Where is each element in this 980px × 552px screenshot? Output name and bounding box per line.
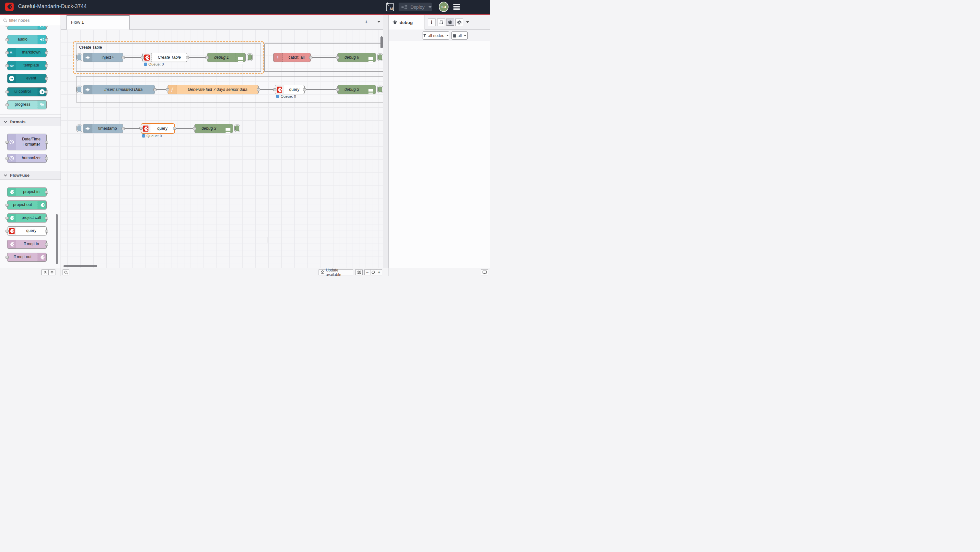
node-debug-3[interactable]: debug 3 [194, 124, 233, 133]
node-palette: notification audio M↓ markdown </> templ… [0, 26, 61, 268]
ai-assistant-button[interactable]: AI [386, 3, 394, 11]
palette-node-project-out[interactable]: project out [7, 200, 47, 209]
flow-list-chevron[interactable] [377, 21, 380, 23]
canvas-horizontal-scrollbar[interactable] [64, 265, 97, 267]
search-icon [3, 19, 7, 22]
inject-trigger-button[interactable] [76, 124, 82, 132]
deploy-options-chevron[interactable] [428, 6, 432, 8]
sidebar-tab-debug[interactable]: debug [389, 15, 425, 30]
help-tab-button[interactable] [437, 19, 445, 26]
palette-section-flowfuse[interactable]: FlowFuse [0, 171, 60, 180]
palette-node-progress[interactable]: progress % [7, 100, 47, 109]
palette-node-audio[interactable]: audio [7, 35, 47, 44]
debug-tab-button[interactable] [446, 19, 454, 26]
sidebar-options-chevron[interactable] [466, 21, 469, 23]
palette-collapse-all-button[interactable] [41, 269, 49, 275]
flowfuse-logo-icon [5, 3, 14, 11]
palette-node-ff-mqtt-out[interactable]: ff mqtt out [7, 253, 47, 262]
node-inject-1[interactable]: inject ¹ [83, 53, 123, 62]
palette-section-formats[interactable]: formats [0, 117, 60, 126]
node-timestamp[interactable]: timestamp [83, 124, 123, 133]
node-status: Queue: 0 [276, 94, 296, 98]
config-tab-button[interactable] [455, 19, 463, 26]
map-icon [357, 271, 361, 274]
palette-divider [0, 114, 60, 115]
wire[interactable] [305, 89, 339, 90]
info-icon: i [431, 20, 432, 25]
arrow-circle-icon: ➜ [8, 74, 16, 83]
flowfuse-icon [8, 240, 16, 249]
clock-icon [8, 154, 16, 163]
instance-title: Careful-Mandarin-Duck-3744 [18, 3, 87, 10]
palette-node-project-in[interactable]: project in [7, 187, 47, 196]
debug-messages-panel [389, 41, 490, 268]
debug-toggle-button[interactable] [234, 124, 240, 132]
debug-filter-button[interactable]: all nodes [423, 32, 449, 40]
footer-bar: Update available − + [0, 268, 490, 276]
user-avatar[interactable]: su [439, 2, 449, 12]
palette-expand-all-button[interactable] [48, 269, 56, 275]
node-catch-all[interactable]: ! catch: all [273, 53, 311, 62]
node-debug-1[interactable]: debug 1 [207, 53, 246, 62]
inject-arrow-icon [83, 53, 92, 62]
debug-toggle-button[interactable] [247, 54, 253, 61]
add-flow-button[interactable]: + [363, 19, 369, 25]
zoom-out-button[interactable]: − [364, 269, 371, 275]
palette-node-markdown[interactable]: M↓ markdown [7, 48, 47, 57]
palette-search[interactable] [0, 15, 61, 26]
debug-toggle-button[interactable] [377, 54, 383, 61]
funnel-icon [423, 34, 426, 37]
status-dot [276, 95, 279, 98]
palette-divider [0, 168, 60, 168]
sidebar-resizer[interactable] [383, 15, 389, 276]
palette-filter-input[interactable] [9, 18, 54, 23]
palette-node-template[interactable]: </> template [7, 61, 47, 70]
inject-trigger-button[interactable] [76, 54, 82, 61]
palette-node-event[interactable]: ➜ event [7, 74, 47, 83]
flow-canvas[interactable]: Create Table inject ¹ Create Table Queue… [61, 30, 383, 268]
node-debug-6[interactable]: debug 6 [337, 53, 376, 62]
header-bar: Careful-Mandarin-Duck-3744 AI Deploy su [0, 0, 490, 14]
palette-node-humanizer[interactable]: humanizer [7, 154, 47, 163]
inject-trigger-button[interactable] [76, 86, 82, 93]
node-debug-2[interactable]: debug 2 [337, 85, 376, 94]
circle-icon [371, 271, 375, 274]
palette-node-project-call[interactable]: project call [7, 214, 47, 222]
node-query-2[interactable]: query [275, 85, 305, 94]
wire[interactable] [312, 57, 337, 58]
chevron-down-icon [4, 173, 7, 176]
node-status: Queue: 0 [144, 62, 164, 66]
palette-scrollbar[interactable] [56, 214, 58, 264]
debug-clear-button[interactable]: all [452, 32, 468, 40]
main-menu-button[interactable] [453, 4, 460, 11]
deploy-button[interactable]: Deploy [399, 3, 432, 11]
function-icon: ƒ [168, 85, 177, 94]
node-query-3-selected[interactable]: query [141, 123, 175, 134]
info-tab-button[interactable]: i [428, 19, 436, 26]
node-create-table[interactable]: Create Table [142, 53, 187, 62]
node-generate-sensor-data[interactable]: ƒ Generate last 7 days sensor data [167, 85, 259, 94]
palette-node-ui-control[interactable]: ui control ➜ [7, 87, 47, 96]
node-insert-simulated-data[interactable]: Insert simulated Data [83, 85, 155, 94]
clock-icon [8, 134, 16, 150]
tab-flow-1[interactable]: Flow 1 [67, 15, 130, 30]
debug-sidebar-icon [223, 124, 233, 132]
canvas-search-button[interactable] [62, 269, 69, 275]
dashboard-button[interactable] [481, 269, 488, 275]
navigator-button[interactable] [355, 269, 363, 275]
zoom-reset-button[interactable] [370, 269, 376, 275]
update-available-button[interactable]: Update available [318, 269, 353, 275]
debug-filter-row: all nodes all [389, 30, 490, 41]
gear-icon [457, 20, 462, 25]
zoom-in-button[interactable]: + [376, 269, 382, 275]
debug-sidebar-icon [366, 53, 375, 62]
debug-toggle-button[interactable] [377, 86, 383, 93]
palette-node-ff-mqtt-in[interactable]: ff mqtt in [7, 240, 47, 249]
palette-node-notification[interactable]: notification [7, 26, 47, 30]
book-icon [439, 20, 443, 25]
palette-node-query[interactable]: query [7, 227, 47, 236]
canvas-vertical-scrollbar[interactable] [380, 36, 383, 48]
palette-node-datetime-formatter[interactable]: Date/Time Formatter [7, 134, 47, 150]
chevron-down-icon [464, 35, 466, 36]
debug-sidebar-icon [235, 53, 245, 62]
